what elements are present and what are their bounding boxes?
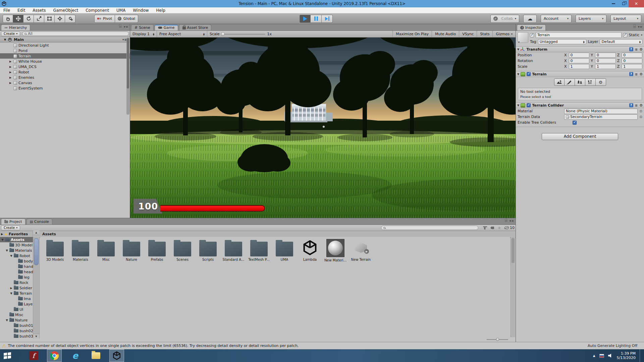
rotation-z-field[interactable]: 0	[622, 58, 642, 63]
static-caret-icon[interactable]: ▾	[641, 34, 642, 37]
scene-row-main[interactable]: ▼ Main ▾≡	[0, 37, 130, 43]
asset-item[interactable]: ▶New Terrain	[348, 239, 374, 261]
asset-item[interactable]: Nature	[119, 239, 144, 261]
maximize-on-play-button[interactable]: Maximize On Play	[393, 31, 432, 38]
asset-item[interactable]: 3D Models	[42, 239, 68, 261]
terrain-details-tool-button[interactable]	[585, 78, 596, 86]
expand-arrow[interactable]: ▶	[9, 71, 12, 74]
expand-arrow[interactable]: ▶	[10, 287, 13, 290]
status-warning-text[interactable]: The combined number of detail object ver…	[8, 344, 299, 348]
search-by-type-icon[interactable]	[483, 226, 487, 230]
tree-row-selected[interactable]: ▼Assets	[0, 237, 33, 242]
tree-row[interactable]: Laye	[0, 301, 33, 307]
rect-tool-button[interactable]	[44, 15, 55, 23]
aspect-dropdown[interactable]: Free Aspect	[157, 31, 207, 38]
scene-tab[interactable]: #Scene	[131, 24, 154, 31]
move-tool-button[interactable]	[13, 15, 23, 23]
favorites-filter-icon[interactable]: ★	[497, 226, 501, 230]
hidden-count[interactable]: 10	[504, 226, 515, 230]
account-dropdown[interactable]: Account▾	[541, 15, 572, 23]
scroll-up-button[interactable]: ▲	[33, 230, 39, 235]
breadcrumb[interactable]: Assets	[42, 232, 56, 236]
panel-menu-icon[interactable]: ▾≡	[509, 219, 514, 223]
tree-row[interactable]: leg	[0, 275, 33, 280]
expand-arrow[interactable]: ▼	[5, 249, 8, 252]
gear-icon[interactable]: ⚙	[639, 104, 643, 107]
scroll-down-button[interactable]: ▼	[33, 334, 39, 339]
terrain-data-field[interactable]: SecondaryTerrain	[564, 114, 638, 120]
tree-row[interactable]: ▶Soldier	[0, 285, 33, 291]
project-create-button[interactable]: Create▾	[1, 226, 20, 230]
scrollbar-thumb[interactable]	[512, 238, 515, 263]
game-tab[interactable]: Game	[155, 24, 178, 31]
tree-colliders-checkbox[interactable]	[573, 121, 577, 125]
tree-row[interactable]: 3D Model	[0, 242, 33, 248]
add-component-button[interactable]: Add Component	[542, 133, 618, 140]
scale-slider-knob[interactable]	[221, 32, 225, 36]
position-x-field[interactable]: 0	[569, 53, 590, 58]
asset-item[interactable]: UMA	[272, 239, 297, 261]
tree-row[interactable]: hand	[0, 264, 33, 269]
hierarchy-tab[interactable]: ≔Hierarchy	[1, 24, 30, 31]
tray-expand-icon[interactable]: ▲	[593, 354, 595, 357]
hierarchy-item[interactable]: ▶Enemies	[0, 75, 130, 80]
keyboard-language-icon[interactable]	[599, 354, 604, 358]
menu-gameobject[interactable]: GameObject	[53, 8, 78, 13]
terrain-trees-tool-button[interactable]	[575, 78, 585, 86]
hierarchy-item-selected[interactable]: Terrain	[0, 53, 130, 59]
close-button[interactable]: ✕	[629, 0, 644, 7]
gear-icon[interactable]: ⚙	[639, 48, 643, 51]
global-button[interactable]: Global	[115, 15, 138, 23]
help-icon[interactable]: ?	[629, 103, 633, 107]
active-checkbox[interactable]	[530, 33, 534, 37]
search-by-label-icon[interactable]	[490, 227, 494, 229]
menu-edit[interactable]: Edit	[17, 8, 25, 13]
material-field[interactable]: None (Physic Material)	[564, 109, 638, 114]
auto-generate-lighting-label[interactable]: Auto Generate Lighting Off	[588, 344, 637, 348]
help-icon[interactable]: ?	[629, 47, 633, 51]
asset-item-selected[interactable]: New Materi...	[323, 239, 348, 262]
play-button[interactable]	[300, 15, 311, 23]
expand-arrow[interactable]: ▼	[1, 238, 4, 241]
asset-item[interactable]: Misc	[93, 239, 119, 261]
asset-item[interactable]: TextMesh P...	[246, 239, 272, 261]
menu-help[interactable]: Help	[156, 8, 165, 13]
terrain-settings-tool-button[interactable]: ⚙	[596, 78, 606, 86]
taskbar-clock[interactable]: 1:39 PM 5/13/2020	[617, 351, 636, 360]
expand-arrow[interactable]: ▶	[9, 76, 12, 79]
position-y-field[interactable]: 0	[595, 53, 616, 58]
hierarchy-item[interactable]: ▶UMA_DCS	[0, 64, 130, 69]
asset-item[interactable]: Prefabs	[144, 239, 170, 261]
asset-store-tab[interactable]: Asset Store	[179, 24, 212, 31]
preset-icon[interactable]: ≡	[635, 104, 638, 107]
object-picker-icon[interactable]: ⊙	[640, 109, 642, 113]
custom-tool-button[interactable]	[65, 15, 75, 23]
asset-zoom-slider[interactable]	[487, 338, 508, 341]
static-checkbox[interactable]	[623, 33, 627, 37]
expand-arrow[interactable]: ▼	[5, 319, 8, 322]
hand-tool-button[interactable]	[3, 15, 13, 23]
project-search-input[interactable]	[381, 226, 478, 230]
minimize-button[interactable]	[608, 0, 619, 7]
tree-row[interactable]: head	[0, 269, 33, 275]
hierarchy-create-button[interactable]: Create▾	[1, 32, 20, 36]
step-button[interactable]	[322, 15, 333, 23]
panel-menu-icon[interactable]: ▾≡	[124, 25, 128, 28]
expand-arrow[interactable]: ▼	[517, 73, 519, 76]
panel-menu-icon[interactable]: ▾≡	[638, 25, 643, 28]
terrain-enabled-checkbox[interactable]	[527, 72, 531, 76]
gizmos-dropdown[interactable]: Gizmos▾	[493, 31, 516, 38]
asset-grid-scrollbar[interactable]	[511, 237, 515, 337]
hierarchy-search-input[interactable]: All	[22, 32, 129, 36]
pause-button[interactable]	[311, 15, 322, 23]
gear-icon[interactable]: ⚙	[639, 72, 643, 76]
hierarchy-item[interactable]: ▶Canvas	[0, 80, 130, 85]
tree-row[interactable]: ▼Robot	[0, 253, 33, 258]
position-z-field[interactable]: 0	[622, 53, 642, 58]
taskbar-unity-icon[interactable]	[109, 349, 124, 362]
layers-dropdown[interactable]: Layers▾	[576, 15, 606, 23]
mute-audio-button[interactable]: Mute Audio	[432, 31, 459, 38]
tree-row[interactable]: bush02	[0, 328, 33, 334]
tree-row[interactable]: ▼Nature	[0, 317, 33, 323]
menu-assets[interactable]: Assets	[33, 8, 46, 13]
